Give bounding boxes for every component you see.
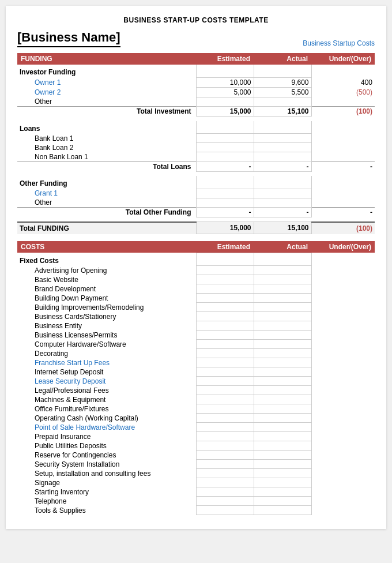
- cost-inventory-act[interactable]: [254, 487, 311, 497]
- cost-reserve-est[interactable]: [196, 451, 254, 460]
- cost-bizcards-est[interactable]: [196, 312, 254, 321]
- loans-est-header: [196, 121, 254, 134]
- table-row: Operating Cash (Working Capital): [17, 414, 375, 423]
- cost-bizentity-act[interactable]: [254, 321, 311, 331]
- bank-loan2-est[interactable]: [196, 143, 254, 152]
- bank-loan1-act[interactable]: [254, 134, 311, 143]
- non-bank-loan1-act[interactable]: [254, 152, 311, 162]
- cost-advertising-est[interactable]: [196, 266, 254, 275]
- cost-opcash-est[interactable]: [196, 414, 254, 423]
- cost-setup-label: Setup, installation and consulting fees: [17, 469, 196, 478]
- cost-setup-est[interactable]: [196, 469, 254, 478]
- other-funding-other-label: Other: [17, 198, 196, 208]
- cost-security-act[interactable]: [254, 460, 311, 469]
- cost-bldgimp-under: [311, 303, 375, 312]
- cost-lease-act[interactable]: [254, 377, 311, 386]
- cost-office-act[interactable]: [254, 404, 311, 414]
- grant1-act[interactable]: [254, 189, 311, 198]
- table-row: Building Improvements/Remodeling: [17, 303, 375, 312]
- cost-advertising-under: [311, 266, 375, 275]
- cost-bizentity-label: Business Entity: [17, 321, 196, 331]
- header-link[interactable]: Business Startup Costs: [303, 39, 375, 47]
- bank-loan1-est[interactable]: [196, 134, 254, 143]
- cost-computer-est[interactable]: [196, 340, 254, 349]
- table-row: Other: [17, 97, 375, 107]
- cost-setup-act[interactable]: [254, 469, 311, 478]
- cost-bldgdown-label: Building Down Payment: [17, 294, 196, 303]
- cost-brand-act[interactable]: [254, 284, 311, 294]
- cost-bldgdown-act[interactable]: [254, 294, 311, 303]
- cost-decorating-est[interactable]: [196, 349, 254, 358]
- owner1-estimated[interactable]: 10,000: [196, 77, 254, 87]
- cost-pos-est[interactable]: [196, 423, 254, 432]
- cost-machines-act[interactable]: [254, 395, 311, 404]
- cost-franchise-est[interactable]: [196, 358, 254, 367]
- cost-lease-est[interactable]: [196, 377, 254, 386]
- cost-bldgimp-est[interactable]: [196, 303, 254, 312]
- cost-franchise-act[interactable]: [254, 358, 311, 367]
- cost-signage-est[interactable]: [196, 478, 254, 487]
- cost-bizlicense-est[interactable]: [196, 331, 254, 340]
- owner2-estimated[interactable]: 5,000: [196, 87, 254, 97]
- cost-machines-est[interactable]: [196, 395, 254, 404]
- cost-tools-est[interactable]: [196, 506, 254, 515]
- owner1-actual[interactable]: 9,600: [254, 77, 311, 87]
- cost-bldgdown-est[interactable]: [196, 294, 254, 303]
- cost-computer-act[interactable]: [254, 340, 311, 349]
- cost-internet-act[interactable]: [254, 367, 311, 377]
- header-row: [Business Name] Business Startup Costs: [17, 30, 375, 47]
- other-funding-header: Other Funding: [17, 176, 375, 189]
- other-funding-other-act[interactable]: [254, 198, 311, 208]
- total-investment-est: 15,000: [196, 107, 254, 117]
- table-row: Business Entity: [17, 321, 375, 331]
- cost-opcash-act[interactable]: [254, 414, 311, 423]
- cost-tools-act[interactable]: [254, 506, 311, 515]
- cost-telephone-est[interactable]: [196, 497, 254, 506]
- cost-signage-act[interactable]: [254, 478, 311, 487]
- other-funding-other-est[interactable]: [196, 198, 254, 208]
- bank-loan2-under: [311, 143, 375, 152]
- cost-advertising-act[interactable]: [254, 266, 311, 275]
- cost-pos-act[interactable]: [254, 423, 311, 432]
- cost-bizlicense-act[interactable]: [254, 331, 311, 340]
- total-funding-est: 15,000: [196, 222, 254, 234]
- cost-security-est[interactable]: [196, 460, 254, 469]
- cost-prepaid-act[interactable]: [254, 432, 311, 441]
- investor-other-act[interactable]: [254, 97, 311, 107]
- cost-office-est[interactable]: [196, 404, 254, 414]
- table-row: Starting Inventory: [17, 487, 375, 497]
- cost-prepaid-est[interactable]: [196, 432, 254, 441]
- fixed-costs-label: Fixed Costs: [17, 253, 196, 266]
- fixed-costs-act-header: [254, 253, 311, 266]
- cost-tools-under: [311, 506, 375, 515]
- cost-bizcards-label: Business Cards/Stationery: [17, 312, 196, 321]
- owner2-actual[interactable]: 5,500: [254, 87, 311, 97]
- cost-basicweb-est[interactable]: [196, 275, 254, 284]
- non-bank-loan1-est[interactable]: [196, 152, 254, 162]
- cost-reserve-act[interactable]: [254, 451, 311, 460]
- cost-bizcards-act[interactable]: [254, 312, 311, 321]
- cost-decorating-act[interactable]: [254, 349, 311, 358]
- cost-utilities-act[interactable]: [254, 441, 311, 451]
- cost-brand-est[interactable]: [196, 284, 254, 294]
- other-funding-under-header: [311, 176, 375, 189]
- fixed-costs-est-header: [196, 253, 254, 266]
- cost-legal-act[interactable]: [254, 386, 311, 395]
- funding-col-estimated: Estimated: [193, 55, 250, 63]
- bank-loan2-label: Bank Loan 2: [17, 143, 196, 152]
- cost-bizentity-est[interactable]: [196, 321, 254, 331]
- cost-inventory-est[interactable]: [196, 487, 254, 497]
- cost-telephone-act[interactable]: [254, 497, 311, 506]
- cost-internet-est[interactable]: [196, 367, 254, 377]
- cost-basicweb-act[interactable]: [254, 275, 311, 284]
- cost-legal-est[interactable]: [196, 386, 254, 395]
- cost-bldgimp-act[interactable]: [254, 303, 311, 312]
- owner2-under: (500): [311, 87, 375, 97]
- cost-bldgdown-under: [311, 294, 375, 303]
- grant1-est[interactable]: [196, 189, 254, 198]
- table-row: Franchise Start Up Fees: [17, 358, 375, 367]
- bank-loan2-act[interactable]: [254, 143, 311, 152]
- page-container: BUSINESS START-UP COSTS TEMPLATE [Busine…: [6, 6, 386, 529]
- investor-other-est[interactable]: [196, 97, 254, 107]
- cost-utilities-est[interactable]: [196, 441, 254, 451]
